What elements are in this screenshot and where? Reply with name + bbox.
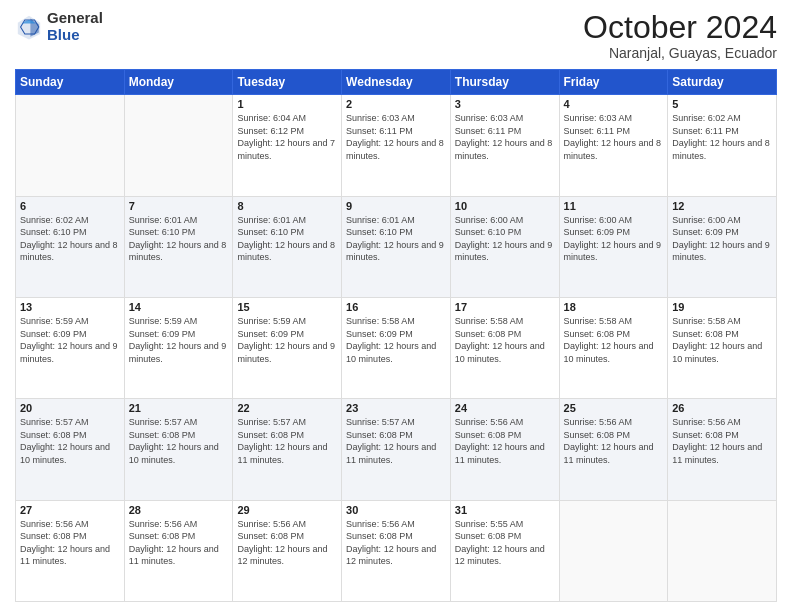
calendar-cell: 21Sunrise: 5:57 AMSunset: 6:08 PMDayligh… [124,399,233,500]
calendar-cell: 23Sunrise: 5:57 AMSunset: 6:08 PMDayligh… [342,399,451,500]
day-info: Sunrise: 5:58 AMSunset: 6:08 PMDaylight:… [672,315,772,365]
calendar-cell: 14Sunrise: 5:59 AMSunset: 6:09 PMDayligh… [124,297,233,398]
col-tuesday: Tuesday [233,70,342,95]
day-number: 18 [564,301,664,313]
col-saturday: Saturday [668,70,777,95]
calendar-cell: 29Sunrise: 5:56 AMSunset: 6:08 PMDayligh… [233,500,342,601]
day-info: Sunrise: 6:03 AMSunset: 6:11 PMDaylight:… [455,112,555,162]
calendar-cell: 28Sunrise: 5:56 AMSunset: 6:08 PMDayligh… [124,500,233,601]
day-number: 15 [237,301,337,313]
day-info: Sunrise: 5:56 AMSunset: 6:08 PMDaylight:… [20,518,120,568]
col-monday: Monday [124,70,233,95]
day-number: 17 [455,301,555,313]
day-info: Sunrise: 6:03 AMSunset: 6:11 PMDaylight:… [564,112,664,162]
day-info: Sunrise: 6:00 AMSunset: 6:09 PMDaylight:… [564,214,664,264]
day-info: Sunrise: 5:58 AMSunset: 6:08 PMDaylight:… [564,315,664,365]
day-number: 8 [237,200,337,212]
calendar-cell: 13Sunrise: 5:59 AMSunset: 6:09 PMDayligh… [16,297,125,398]
location: Naranjal, Guayas, Ecuador [583,45,777,61]
day-info: Sunrise: 5:57 AMSunset: 6:08 PMDaylight:… [237,416,337,466]
day-info: Sunrise: 6:03 AMSunset: 6:11 PMDaylight:… [346,112,446,162]
logo-text: General Blue [47,10,103,43]
logo-blue-text: Blue [47,27,103,44]
day-number: 16 [346,301,446,313]
day-info: Sunrise: 5:57 AMSunset: 6:08 PMDaylight:… [129,416,229,466]
calendar-cell: 16Sunrise: 5:58 AMSunset: 6:09 PMDayligh… [342,297,451,398]
day-info: Sunrise: 6:00 AMSunset: 6:09 PMDaylight:… [672,214,772,264]
calendar-cell [124,95,233,196]
day-number: 3 [455,98,555,110]
day-info: Sunrise: 5:58 AMSunset: 6:08 PMDaylight:… [455,315,555,365]
calendar-cell [16,95,125,196]
calendar-week-4: 27Sunrise: 5:56 AMSunset: 6:08 PMDayligh… [16,500,777,601]
calendar-cell: 3Sunrise: 6:03 AMSunset: 6:11 PMDaylight… [450,95,559,196]
day-info: Sunrise: 5:57 AMSunset: 6:08 PMDaylight:… [346,416,446,466]
calendar-week-0: 1Sunrise: 6:04 AMSunset: 6:12 PMDaylight… [16,95,777,196]
day-number: 20 [20,402,120,414]
calendar-cell: 19Sunrise: 5:58 AMSunset: 6:08 PMDayligh… [668,297,777,398]
col-friday: Friday [559,70,668,95]
calendar-cell: 31Sunrise: 5:55 AMSunset: 6:08 PMDayligh… [450,500,559,601]
day-number: 26 [672,402,772,414]
calendar-cell: 20Sunrise: 5:57 AMSunset: 6:08 PMDayligh… [16,399,125,500]
calendar-cell: 1Sunrise: 6:04 AMSunset: 6:12 PMDaylight… [233,95,342,196]
logo-icon [15,13,43,41]
calendar-cell: 17Sunrise: 5:58 AMSunset: 6:08 PMDayligh… [450,297,559,398]
day-number: 29 [237,504,337,516]
day-number: 28 [129,504,229,516]
col-sunday: Sunday [16,70,125,95]
calendar-cell: 25Sunrise: 5:56 AMSunset: 6:08 PMDayligh… [559,399,668,500]
day-info: Sunrise: 5:55 AMSunset: 6:08 PMDaylight:… [455,518,555,568]
calendar-cell: 11Sunrise: 6:00 AMSunset: 6:09 PMDayligh… [559,196,668,297]
day-info: Sunrise: 6:04 AMSunset: 6:12 PMDaylight:… [237,112,337,162]
day-number: 23 [346,402,446,414]
day-info: Sunrise: 6:01 AMSunset: 6:10 PMDaylight:… [129,214,229,264]
calendar-week-1: 6Sunrise: 6:02 AMSunset: 6:10 PMDaylight… [16,196,777,297]
day-info: Sunrise: 5:59 AMSunset: 6:09 PMDaylight:… [20,315,120,365]
logo-general-text: General [47,10,103,27]
day-info: Sunrise: 5:56 AMSunset: 6:08 PMDaylight:… [455,416,555,466]
day-info: Sunrise: 5:59 AMSunset: 6:09 PMDaylight:… [129,315,229,365]
calendar-cell: 9Sunrise: 6:01 AMSunset: 6:10 PMDaylight… [342,196,451,297]
day-number: 12 [672,200,772,212]
day-info: Sunrise: 5:59 AMSunset: 6:09 PMDaylight:… [237,315,337,365]
calendar-cell: 10Sunrise: 6:00 AMSunset: 6:10 PMDayligh… [450,196,559,297]
title-block: October 2024 Naranjal, Guayas, Ecuador [583,10,777,61]
day-number: 1 [237,98,337,110]
calendar-week-3: 20Sunrise: 5:57 AMSunset: 6:08 PMDayligh… [16,399,777,500]
calendar-cell: 2Sunrise: 6:03 AMSunset: 6:11 PMDaylight… [342,95,451,196]
calendar-cell: 12Sunrise: 6:00 AMSunset: 6:09 PMDayligh… [668,196,777,297]
day-info: Sunrise: 5:56 AMSunset: 6:08 PMDaylight:… [129,518,229,568]
day-number: 7 [129,200,229,212]
day-info: Sunrise: 5:56 AMSunset: 6:08 PMDaylight:… [346,518,446,568]
calendar-cell: 22Sunrise: 5:57 AMSunset: 6:08 PMDayligh… [233,399,342,500]
calendar-cell [668,500,777,601]
day-info: Sunrise: 5:56 AMSunset: 6:08 PMDaylight:… [672,416,772,466]
day-number: 19 [672,301,772,313]
calendar-cell: 27Sunrise: 5:56 AMSunset: 6:08 PMDayligh… [16,500,125,601]
col-wednesday: Wednesday [342,70,451,95]
day-number: 22 [237,402,337,414]
col-thursday: Thursday [450,70,559,95]
day-info: Sunrise: 6:01 AMSunset: 6:10 PMDaylight:… [346,214,446,264]
header-row: Sunday Monday Tuesday Wednesday Thursday… [16,70,777,95]
calendar-cell [559,500,668,601]
calendar-cell: 24Sunrise: 5:56 AMSunset: 6:08 PMDayligh… [450,399,559,500]
calendar-week-2: 13Sunrise: 5:59 AMSunset: 6:09 PMDayligh… [16,297,777,398]
day-number: 4 [564,98,664,110]
day-info: Sunrise: 6:02 AMSunset: 6:10 PMDaylight:… [20,214,120,264]
day-number: 9 [346,200,446,212]
day-number: 24 [455,402,555,414]
day-info: Sunrise: 5:56 AMSunset: 6:08 PMDaylight:… [237,518,337,568]
day-number: 27 [20,504,120,516]
day-number: 11 [564,200,664,212]
calendar-table: Sunday Monday Tuesday Wednesday Thursday… [15,69,777,602]
day-info: Sunrise: 5:58 AMSunset: 6:09 PMDaylight:… [346,315,446,365]
day-info: Sunrise: 5:57 AMSunset: 6:08 PMDaylight:… [20,416,120,466]
calendar-cell: 6Sunrise: 6:02 AMSunset: 6:10 PMDaylight… [16,196,125,297]
page: General Blue October 2024 Naranjal, Guay… [0,0,792,612]
calendar-cell: 26Sunrise: 5:56 AMSunset: 6:08 PMDayligh… [668,399,777,500]
calendar-cell: 7Sunrise: 6:01 AMSunset: 6:10 PMDaylight… [124,196,233,297]
month-title: October 2024 [583,10,777,45]
day-info: Sunrise: 5:56 AMSunset: 6:08 PMDaylight:… [564,416,664,466]
